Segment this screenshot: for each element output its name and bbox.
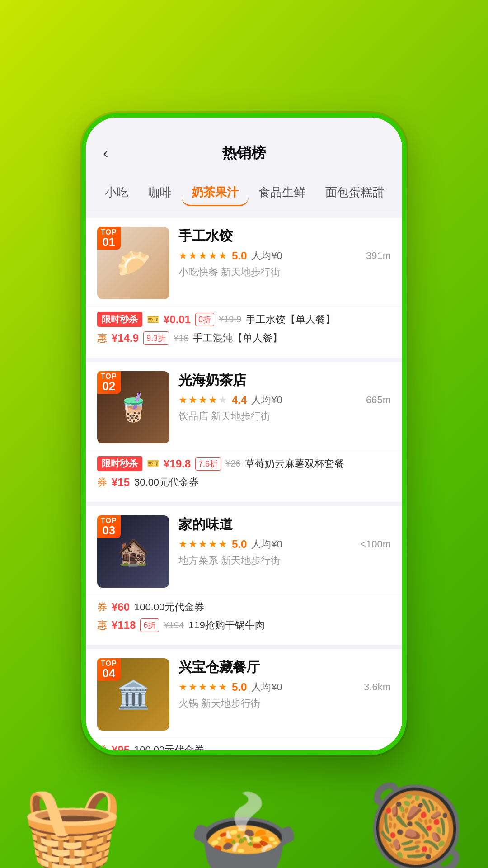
star-2-5: ★ — [218, 394, 227, 406]
star-3-5: ★ — [218, 538, 227, 550]
voucher-name-2: 30.00元代金券 — [134, 476, 199, 489]
original-3-2: ¥194 — [164, 620, 184, 631]
stars-4: ★ ★ ★ ★ ★ — [178, 681, 227, 693]
star-2-3: ★ — [198, 394, 207, 406]
back-button[interactable]: ‹ — [99, 140, 112, 166]
tab-xiaochi[interactable]: 小吃 — [95, 180, 138, 206]
phone-frame: ‹ 热销榜 小吃 咖啡 奶茶果汁 食品生鲜 面包蛋糕甜 🥟 TOP 01 — [81, 113, 407, 755]
star-4-4: ★ — [208, 681, 217, 693]
discount-badge-1-2: 9.3折 — [143, 331, 169, 345]
deal-label-3-1: 券 — [97, 600, 107, 614]
per-person-4: 人均¥0 — [251, 680, 282, 694]
category-location-2: 饮品店 新天地步行街 — [178, 410, 391, 423]
star-4-3: ★ — [198, 681, 207, 693]
deal-icon-1: 🎫 — [147, 314, 159, 326]
rank-img-4: 🏛️ TOP 04 — [97, 658, 169, 731]
discount-badge-1-1: 0折 — [195, 313, 214, 326]
deal-label-1-2: 惠 — [97, 331, 107, 345]
deal-name-2-1: 草莓奶云麻薯双杯套餐 — [245, 457, 344, 471]
deal-label-3-2: 惠 — [97, 618, 107, 632]
deal-price-1-1: ¥0.01 — [164, 313, 191, 326]
star-4-5: ★ — [218, 681, 227, 693]
restaurant-card-1[interactable]: 🥟 TOP 01 手工水饺 ★ ★ ★ — [86, 218, 402, 358]
star-3-3: ★ — [198, 538, 207, 550]
deal-row-4-1: 券 ¥95 100.00元代金券 — [97, 743, 391, 750]
discount-badge-2-1: 7.6折 — [195, 457, 221, 471]
tab-shipin[interactable]: 食品生鲜 — [249, 180, 315, 206]
deal-row-3-2: 惠 ¥118 6折 ¥194 119抢购干锅牛肉 — [97, 618, 391, 632]
rating-row-1: ★ ★ ★ ★ ★ 5.0 人均¥0 391m — [178, 249, 391, 263]
flash-tag-1: 限时秒杀 — [97, 312, 142, 327]
rank-badge-4: TOP 04 — [97, 658, 121, 681]
rank-img-2: 🧋 TOP 02 — [97, 371, 169, 443]
category-location-1: 小吃快餐 新天地步行街 — [178, 265, 391, 279]
rank-badge-2: TOP 02 — [97, 371, 121, 394]
voucher-name-3: 100.00元代金券 — [134, 600, 204, 614]
star-3-1: ★ — [178, 538, 188, 550]
restaurant-name-1: 手工水饺 — [178, 227, 391, 245]
star-2-1: ★ — [178, 394, 188, 406]
deal-row-1-1: 限时秒杀 🎫 ¥0.01 0折 ¥19.9 手工水饺【单人餐】 — [97, 312, 391, 327]
card-deals-3: 券 ¥60 100.00元代金券 惠 ¥118 6折 ¥194 119抢购干锅牛… — [86, 594, 402, 645]
per-person-2: 人均¥0 — [251, 393, 282, 407]
distance-4: 3.6km — [364, 681, 391, 693]
category-location-4: 火锅 新天地步行街 — [178, 697, 391, 710]
deal-icon-2: 🎫 — [147, 458, 159, 470]
deal-name-3-2: 119抢购干锅牛肉 — [188, 618, 265, 632]
restaurant-card-3[interactable]: 🏚️ TOP 03 家的味道 ★ ★ ★ — [86, 506, 402, 645]
category-tabs: 小吃 咖啡 奶茶果汁 食品生鲜 面包蛋糕甜 — [86, 175, 402, 213]
star-3-2: ★ — [188, 538, 197, 550]
distance-1: 391m — [366, 250, 391, 262]
restaurant-name-3: 家的味道 — [178, 515, 391, 534]
rating-row-2: ★ ★ ★ ★ ★ 4.4 人均¥0 665m — [178, 393, 391, 407]
star-4-2: ★ — [188, 681, 197, 693]
voucher-name-4: 100.00元代金券 — [134, 743, 204, 750]
card-deals-1: 限时秒杀 🎫 ¥0.01 0折 ¥19.9 手工水饺【单人餐】 惠 ¥14.9 … — [86, 306, 402, 358]
star-2-4: ★ — [208, 394, 217, 406]
header: ‹ 热销榜 — [86, 118, 402, 175]
scroll-content[interactable]: 🥟 TOP 01 手工水饺 ★ ★ ★ — [86, 213, 402, 750]
tab-naicha[interactable]: 奶茶果汁 — [182, 180, 249, 206]
deal-label-4-1: 券 — [97, 743, 107, 750]
star-1-5: ★ — [218, 250, 227, 262]
per-person-3: 人均¥0 — [251, 538, 282, 551]
flash-tag-2: 限时秒杀 — [97, 456, 142, 471]
star-2-2: ★ — [188, 394, 197, 406]
discount-badge-3-2: 6折 — [140, 618, 159, 632]
distance-3: <100m — [360, 538, 391, 550]
stars-3: ★ ★ ★ ★ ★ — [178, 538, 227, 550]
stars-2: ★ ★ ★ ★ ★ — [178, 394, 227, 406]
category-location-3: 地方菜系 新天地步行街 — [178, 554, 391, 567]
rank-badge-1: TOP 01 — [97, 227, 121, 250]
rating-score-1: 5.0 — [232, 250, 247, 262]
voucher-price-4: ¥95 — [112, 744, 130, 750]
star-3-4: ★ — [208, 538, 217, 550]
voucher-price-2: ¥15 — [112, 476, 130, 489]
deal-price-1-2: ¥14.9 — [112, 332, 139, 344]
restaurant-card-4[interactable]: 🏛️ TOP 04 兴宝仓藏餐厅 ★ ★ ★ — [86, 649, 402, 750]
star-1-1: ★ — [178, 250, 188, 262]
tab-kafei[interactable]: 咖啡 — [138, 180, 182, 206]
deal-row-3-1: 券 ¥60 100.00元代金券 — [97, 600, 391, 614]
card-info-1: 手工水饺 ★ ★ ★ ★ ★ 5.0 人均¥0 391m — [178, 227, 391, 279]
star-1-4: ★ — [208, 250, 217, 262]
deal-name-1-1: 手工水饺【单人餐】 — [246, 313, 335, 326]
star-1-2: ★ — [188, 250, 197, 262]
stars-1: ★ ★ ★ ★ ★ — [178, 250, 227, 262]
original-1-1: ¥19.9 — [219, 314, 241, 325]
rating-score-3: 5.0 — [232, 538, 247, 551]
card-info-3: 家的味道 ★ ★ ★ ★ ★ 5.0 人均¥0 <100m — [178, 515, 391, 567]
rating-row-3: ★ ★ ★ ★ ★ 5.0 人均¥0 <100m — [178, 538, 391, 551]
star-4-1: ★ — [178, 681, 188, 693]
deal-price-2-1: ¥19.8 — [164, 458, 191, 470]
voucher-price-3: ¥60 — [112, 601, 130, 613]
deal-row-2-2: 券 ¥15 30.00元代金券 — [97, 476, 391, 489]
card-deals-2: 限时秒杀 🎫 ¥19.8 7.6折 ¥26 草莓奶云麻薯双杯套餐 券 ¥15 3… — [86, 450, 402, 502]
restaurant-card-2[interactable]: 🧋 TOP 02 光海奶茶店 ★ ★ ★ — [86, 362, 402, 502]
rank-img-3: 🏚️ TOP 03 — [97, 515, 169, 588]
deal-row-1-2: 惠 ¥14.9 9.3折 ¥16 手工混沌【单人餐】 — [97, 331, 391, 345]
restaurant-name-4: 兴宝仓藏餐厅 — [178, 658, 391, 677]
restaurant-name-2: 光海奶茶店 — [178, 371, 391, 390]
tab-mianbao[interactable]: 面包蛋糕甜 — [315, 180, 394, 206]
rating-row-4: ★ ★ ★ ★ ★ 5.0 人均¥0 3.6km — [178, 680, 391, 694]
